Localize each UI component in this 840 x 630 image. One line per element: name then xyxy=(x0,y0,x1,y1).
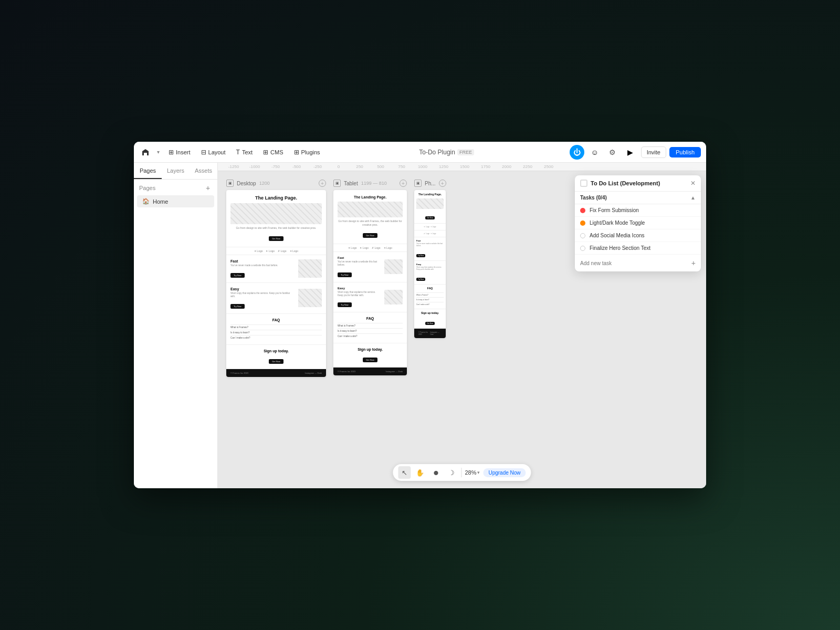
settings-button[interactable]: ⚙ xyxy=(605,145,620,160)
todo-check-open-3[interactable] xyxy=(580,233,585,238)
desktop-frame[interactable]: The Landing Page. Go from design to site… xyxy=(226,190,326,377)
easy-text-phone: Short copy that explains the service. Ke… xyxy=(416,267,444,271)
insert-button[interactable]: ⊞ Insert xyxy=(165,147,194,158)
tablet-frame-container: ▣ Tablet 1199 — 810 + The Landing Page. … xyxy=(333,180,407,480)
plugins-icon: ⊞ xyxy=(294,149,299,156)
fast-text: You've never made a website this fast be… xyxy=(230,264,295,267)
desktop-faq-section: FAQ What is Frames? Is it easy to learn?… xyxy=(226,314,326,345)
faq-item-phone: What is Frames? xyxy=(416,292,444,297)
tablet-hero-btn[interactable]: Get Now xyxy=(363,233,377,238)
todo-add-input[interactable] xyxy=(580,260,688,266)
cms-button[interactable]: ⊞ CMS xyxy=(259,147,287,158)
fast-content: Fast You've never made a website this fa… xyxy=(230,259,295,278)
todo-dot-warning xyxy=(580,220,585,226)
easy-title-phone: Easy xyxy=(416,263,444,266)
fast-title-tablet: Fast xyxy=(338,256,381,259)
smiley-button[interactable]: ☺ xyxy=(587,145,602,160)
tab-layers[interactable]: Layers xyxy=(162,163,190,179)
tab-pages[interactable]: Pages xyxy=(134,163,162,179)
easy-btn-tablet[interactable]: Try Now xyxy=(338,302,352,307)
todo-item-3[interactable]: Add Social Media Icons xyxy=(575,229,701,242)
page-home[interactable]: 🏠 Home xyxy=(137,195,214,207)
desktop-hero-image xyxy=(230,203,322,224)
faq-item-1-tablet: What is Frames? xyxy=(338,323,403,328)
ruler-mark: 1250 xyxy=(433,164,454,169)
tablet-add-button[interactable]: + xyxy=(400,180,407,187)
ruler-mark: 1500 xyxy=(454,164,475,169)
todo-add-plus-button[interactable]: + xyxy=(691,259,696,267)
desktop-hero-btn[interactable]: Get Now xyxy=(269,236,284,241)
signup-btn-tablet[interactable]: Get Now xyxy=(363,358,377,362)
cms-icon: ⊞ xyxy=(263,149,268,156)
ruler-mark: -750 xyxy=(265,164,286,169)
todo-item-4[interactable]: Finalize Hero Section Text xyxy=(575,242,701,255)
zoom-control[interactable]: 28% ▾ xyxy=(465,469,480,476)
tablet-frame[interactable]: The Landing Page. Go from design to site… xyxy=(333,190,407,375)
logo-item-p: ✦ Logo xyxy=(424,226,429,228)
play-button[interactable]: ▶ xyxy=(623,145,638,160)
upgrade-now-button[interactable]: Upgrade Now xyxy=(483,468,526,477)
desktop-icon: ▣ xyxy=(226,180,234,187)
todo-close-button[interactable]: ✕ xyxy=(690,180,696,187)
fast-text-phone: You've never made a website this fast be… xyxy=(416,243,444,247)
todo-item-2[interactable]: Light/Dark Mode Toggle xyxy=(575,217,701,229)
title-badge: FREE xyxy=(457,149,474,155)
hand-tool-button[interactable]: ✋ xyxy=(414,466,426,479)
plugins-button[interactable]: ⊞ Plugins xyxy=(290,147,324,158)
fast-btn-tablet[interactable]: Try Now xyxy=(338,272,352,277)
easy-image xyxy=(298,289,322,307)
dot-tool-button[interactable]: ⬤ xyxy=(429,466,442,479)
ruler-marks: -1250 -1000 -750 -500 -250 0 250 500 750… xyxy=(223,164,559,169)
todo-sort-button[interactable]: ▲ xyxy=(690,195,696,201)
ruler-mark: -500 xyxy=(286,164,307,169)
zoom-chevron-icon: ▾ xyxy=(477,470,480,475)
ruler-mark: 500 xyxy=(370,164,391,169)
phone-hero-btn[interactable]: Get Now xyxy=(425,216,435,219)
fast-btn[interactable]: Try Now xyxy=(230,273,245,278)
phone-add-button[interactable]: + xyxy=(439,180,446,187)
text-button[interactable]: T Text xyxy=(233,147,257,158)
phone-frame[interactable]: The Landing Page. Get Now ✦ Logo ✦ Logo … xyxy=(414,190,446,338)
power-button[interactable]: ⏻ xyxy=(570,145,584,160)
faq-item-2: Is it easy to learn? xyxy=(230,330,322,335)
invite-button[interactable]: Invite xyxy=(641,146,666,158)
select-tool-button[interactable]: ↖ xyxy=(398,466,411,479)
easy-title: Easy xyxy=(230,287,295,291)
tab-assets[interactable]: Assets xyxy=(190,163,217,179)
todo-tasks-header: Tasks (0/4) ▲ xyxy=(575,192,701,204)
easy-title-tablet: Easy xyxy=(338,287,381,290)
ruler-mark: -1250 xyxy=(223,164,244,169)
desktop-add-button[interactable]: + xyxy=(319,180,326,187)
fast-btn-phone[interactable]: Try Now xyxy=(416,254,425,257)
publish-button[interactable]: Publish xyxy=(669,147,701,158)
faq-item-phone: Is it easy to learn? xyxy=(416,297,444,302)
todo-check-open-4[interactable] xyxy=(580,246,585,251)
todo-header-checkbox[interactable] xyxy=(580,180,587,187)
phone-signup-section: Sign up today. Get Now xyxy=(414,309,446,329)
logo-item: ✦ Logo xyxy=(254,249,263,253)
moon-tool-button[interactable]: ☽ xyxy=(445,466,458,479)
logo-item: ✦ Logo xyxy=(348,246,357,249)
easy-btn[interactable]: Try Now xyxy=(230,304,245,309)
phone-icon: ▣ xyxy=(414,180,422,187)
desktop-hero-section: The Landing Page. Go from design to site… xyxy=(226,190,326,247)
layout-button[interactable]: ⊟ Layout xyxy=(197,147,229,158)
easy-btn-phone[interactable]: Try Now xyxy=(416,278,425,281)
app-logo[interactable] xyxy=(139,146,152,159)
logo-item-p: ✗ Logo xyxy=(424,233,429,235)
footer-right: Instagram — Dark xyxy=(305,372,322,374)
signup-title-tablet: Sign up today. xyxy=(338,348,403,351)
todo-item-1[interactable]: Fix Form Submission xyxy=(575,204,701,217)
canvas-area[interactable]: -1250 -1000 -750 -500 -250 0 250 500 750… xyxy=(218,163,706,488)
app-title: To-Do Plugin xyxy=(419,149,455,156)
tablet-hero-section: The Landing Page. Go from design to site… xyxy=(333,190,407,244)
signup-btn-phone[interactable]: Get Now xyxy=(425,322,435,325)
ruler-mark: 2250 xyxy=(517,164,538,169)
faq-item-3: Can I make a site? xyxy=(230,335,322,340)
ruler-mark: -1000 xyxy=(244,164,265,169)
ruler-mark: 250 xyxy=(349,164,370,169)
todo-item-text-1: Fix Form Submission xyxy=(590,207,639,213)
signup-btn[interactable]: Get Now xyxy=(269,359,284,364)
signup-title-phone: Sign up today. xyxy=(416,311,444,314)
add-page-button[interactable]: + xyxy=(204,184,212,192)
